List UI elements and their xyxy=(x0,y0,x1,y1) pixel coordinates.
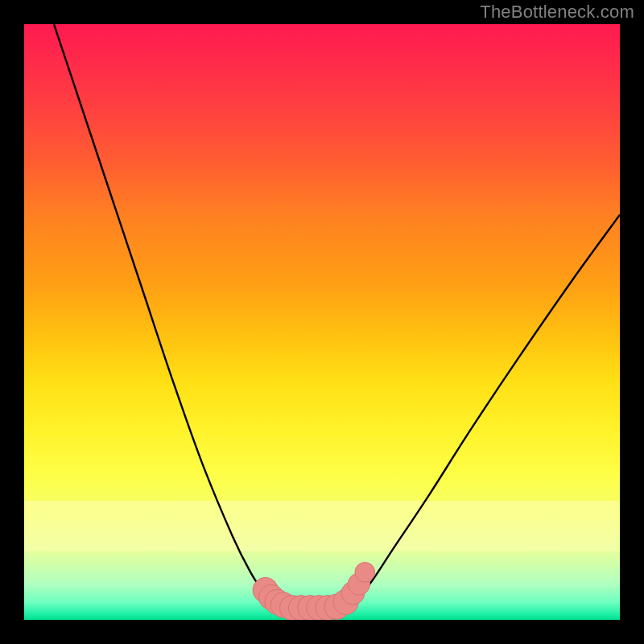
marker-13 xyxy=(355,562,375,582)
curves-layer xyxy=(24,24,620,620)
curve-left-curve xyxy=(54,24,292,608)
curve-right-curve xyxy=(340,215,620,608)
chart-frame: TheBottleneck.com xyxy=(0,0,644,644)
watermark-text: TheBottleneck.com xyxy=(480,2,634,23)
plot-area xyxy=(24,24,620,620)
